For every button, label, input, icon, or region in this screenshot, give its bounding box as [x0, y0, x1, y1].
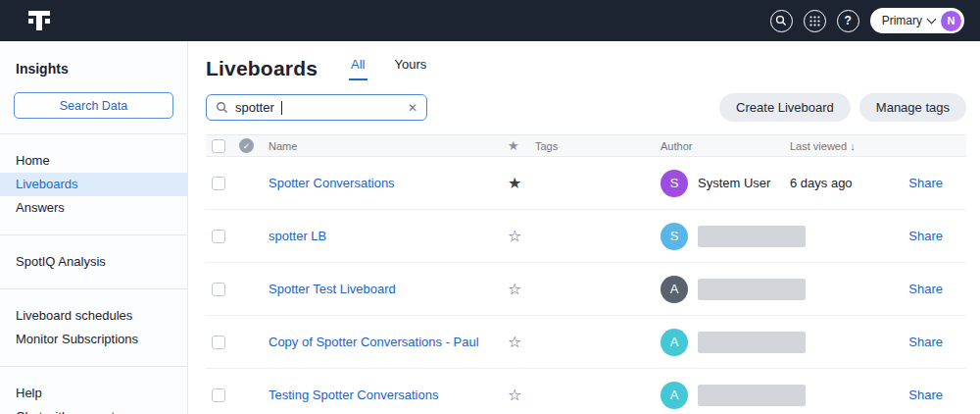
clear-search-icon[interactable]: ✕: [408, 101, 417, 115]
share-link[interactable]: Share: [908, 229, 943, 243]
table-row[interactable]: Copy of Spotter Conversations - Paul ☆ A…: [206, 316, 966, 369]
share-link[interactable]: Share: [908, 335, 943, 349]
redacted-author-name: [698, 385, 806, 406]
author-avatar: A: [661, 276, 688, 303]
share-link[interactable]: Share: [908, 388, 943, 402]
row-checkbox[interactable]: [212, 336, 225, 349]
select-all-checkbox[interactable]: [212, 139, 225, 153]
help-icon[interactable]: ?: [837, 10, 859, 32]
thoughtspot-logo[interactable]: [27, 9, 51, 32]
topbar-actions: ? Primary N: [770, 8, 964, 33]
sidebar-item-answers[interactable]: Answers: [0, 196, 187, 220]
author-avatar: A: [661, 382, 688, 409]
user-avatar[interactable]: N: [941, 11, 961, 31]
column-header-name[interactable]: Name: [269, 140, 508, 152]
search-input-value: spotter: [235, 100, 274, 115]
manage-tags-button[interactable]: Manage tags: [859, 93, 966, 122]
environment-label: Primary: [882, 14, 922, 27]
sidebar-item-liveboard-schedules[interactable]: Liveboard schedules: [0, 304, 187, 328]
divider: [0, 133, 187, 134]
main-content: Liveboards All Yours spotter ✕ Create Li…: [188, 41, 980, 414]
tab-all[interactable]: All: [349, 57, 367, 80]
favorite-star-icon[interactable]: ☆: [508, 227, 521, 245]
column-header-author[interactable]: Author: [661, 140, 790, 152]
thoughtspot-logo-icon: [27, 9, 51, 32]
sidebar-item-chat-with-support[interactable]: Chat with support: [0, 405, 187, 414]
redacted-author-name: [698, 226, 806, 247]
apps-grid-icon[interactable]: [804, 10, 826, 32]
favorite-star-icon[interactable]: ★: [508, 174, 521, 192]
sidebar-heading: Insights: [0, 41, 187, 92]
table-row[interactable]: Testing Spotter Conversations ☆ A Share: [206, 369, 966, 414]
environment-dropdown[interactable]: Primary N: [870, 8, 964, 33]
sidebar: Insights Search Data Home Liveboards Ans…: [0, 41, 188, 414]
liveboard-name-link[interactable]: Spotter Test Liveboard: [269, 282, 396, 296]
chevron-down-icon: [927, 15, 937, 25]
search-icon[interactable]: [770, 10, 793, 32]
favorite-star-icon[interactable]: ☆: [508, 386, 521, 404]
author-avatar: S: [661, 223, 688, 250]
share-link[interactable]: Share: [908, 282, 943, 296]
redacted-author-name: [698, 279, 806, 300]
table-row[interactable]: spotter LB ☆ S Share: [206, 210, 966, 263]
share-link[interactable]: Share: [908, 176, 943, 190]
sidebar-item-monitor-subscriptions[interactable]: Monitor Subscriptions: [0, 328, 187, 351]
divider: [0, 234, 187, 235]
liveboard-name-link[interactable]: Copy of Spotter Conversations - Paul: [269, 335, 479, 349]
author-avatar: A: [661, 329, 688, 356]
liveboard-name-link[interactable]: Spotter Conversations: [269, 176, 395, 190]
search-input[interactable]: spotter ✕: [206, 94, 427, 121]
column-header-tags[interactable]: Tags: [535, 140, 661, 152]
liveboard-name-link[interactable]: spotter LB: [269, 229, 326, 243]
row-checkbox[interactable]: [212, 283, 225, 296]
page-title: Liveboards: [206, 57, 318, 80]
last-viewed: 6 days ago: [790, 176, 853, 190]
sidebar-item-home[interactable]: Home: [0, 149, 187, 173]
table-header: ✓ Name ★ Tags Author Last viewed ↓: [206, 134, 966, 157]
favorite-star-icon[interactable]: ☆: [508, 333, 521, 351]
author-name: System User: [698, 176, 770, 190]
table-row[interactable]: Spotter Test Liveboard ☆ A Share: [206, 263, 966, 316]
column-header-last-viewed[interactable]: Last viewed ↓: [790, 140, 904, 152]
topbar: ? Primary N: [0, 0, 980, 41]
favorites-column-icon: ★: [508, 138, 519, 153]
table-row[interactable]: Spotter Conversations ★ S System User 6 …: [206, 157, 966, 210]
sidebar-item-liveboards[interactable]: Liveboards: [0, 173, 187, 196]
sidebar-item-help[interactable]: Help: [0, 382, 187, 405]
liveboard-name-link[interactable]: Testing Spotter Conversations: [269, 388, 438, 402]
tab-yours[interactable]: Yours: [393, 57, 429, 80]
create-liveboard-button[interactable]: Create Liveboard: [719, 93, 851, 122]
text-cursor: [281, 101, 283, 115]
row-checkbox[interactable]: [212, 177, 225, 190]
search-icon: [216, 101, 228, 114]
divider: [0, 366, 187, 367]
sidebar-item-spotiq-analysis[interactable]: SpotIQ Analysis: [0, 250, 187, 274]
author-avatar: S: [661, 170, 688, 197]
favorite-star-icon[interactable]: ☆: [508, 280, 521, 298]
liveboards-tabs: All Yours: [349, 57, 428, 80]
search-data-button[interactable]: Search Data: [14, 92, 173, 119]
row-checkbox[interactable]: [212, 388, 225, 402]
verified-check-icon: ✓: [239, 138, 254, 153]
liveboards-table: ✓ Name ★ Tags Author Last viewed ↓ Spott…: [206, 134, 966, 414]
row-checkbox[interactable]: [212, 230, 225, 243]
divider: [0, 288, 187, 289]
redacted-author-name: [698, 332, 806, 353]
